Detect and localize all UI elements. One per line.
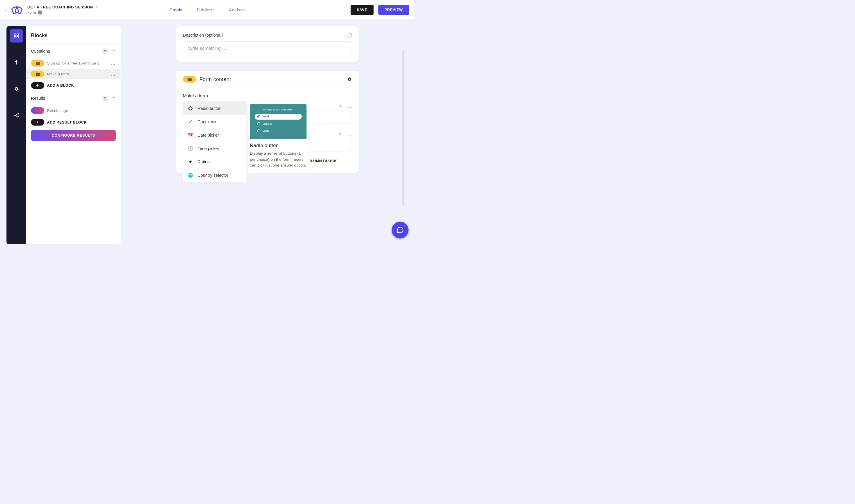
preview-label: Large: [263, 129, 269, 132]
nav-create[interactable]: Create: [169, 7, 182, 12]
menu-item-checkbox[interactable]: ✓ Checkbox: [183, 115, 247, 128]
questions-section-head[interactable]: Questions 2 ⌃: [26, 44, 121, 58]
svg-rect-3: [17, 34, 19, 35]
questions-count: 2: [102, 48, 109, 54]
rail-logic[interactable]: [10, 109, 23, 122]
preview-button[interactable]: PREVIEW: [378, 5, 409, 15]
radio-icon: [257, 122, 261, 125]
preview-label: Medium: [263, 122, 272, 125]
title-block: GET A FREE COACHING SESSION ✎ Form i: [27, 5, 98, 15]
add-block-button[interactable]: + ADD A BLOCK: [31, 82, 116, 89]
rail-blocks[interactable]: [10, 29, 23, 43]
menu-label: Country selector: [197, 173, 228, 178]
preview-option-large: Large: [255, 128, 302, 134]
menu-item-radio[interactable]: Radio button: [183, 102, 247, 115]
form-content-title: Form content: [199, 76, 231, 82]
blocks-sidebar: Blocks Questions 2 ⌃ 💼 Sign up for a fre…: [26, 26, 121, 244]
gear-icon[interactable]: [347, 77, 352, 82]
calendar-icon: 📅: [188, 132, 193, 138]
chevron-up-icon: ⌃: [112, 96, 116, 101]
configure-results-button[interactable]: CONFIGURE RESULTS: [31, 130, 116, 141]
edit-icon[interactable]: ✎: [339, 104, 342, 108]
block-label: Result page: [47, 108, 108, 113]
add-result-label: ADD RESULT BLOCK: [47, 120, 87, 124]
rail-design[interactable]: [10, 56, 23, 69]
nav-analyze[interactable]: Analyze: [229, 7, 245, 12]
rail-settings[interactable]: [10, 82, 23, 96]
more-icon[interactable]: …: [347, 104, 352, 109]
menu-item-date[interactable]: 📅 Date picker: [183, 128, 247, 142]
menu-item-rating[interactable]: ★ Rating: [183, 155, 247, 168]
chat-fab[interactable]: [392, 221, 408, 238]
scrollbar[interactable]: [402, 51, 404, 205]
add-result-block-button[interactable]: + ADD RESULT BLOCK: [31, 119, 116, 126]
menu-item-time[interactable]: 🕓 Time picker: [183, 142, 247, 155]
preview-option-medium: Medium: [255, 121, 302, 127]
svg-rect-2: [14, 34, 16, 35]
menu-item-country[interactable]: 🌐 Country selector: [183, 168, 247, 182]
sidebar-title: Blocks: [26, 26, 121, 44]
left-rail: [6, 26, 26, 244]
chevron-up-icon: ⌃: [112, 49, 116, 53]
svg-rect-5: [17, 36, 19, 38]
questions-label: Questions: [31, 49, 50, 53]
project-title: GET A FREE COACHING SESSION: [27, 5, 93, 9]
add-block-label: ADD A BLOCK: [47, 84, 74, 88]
svg-rect-6: [16, 60, 17, 61]
more-icon[interactable]: …: [347, 131, 352, 137]
preview-label: Small: [263, 115, 269, 118]
star-icon: ★: [188, 159, 193, 164]
more-icon[interactable]: …: [111, 71, 116, 76]
tooltip-description: Display a series of buttons (1 per choic…: [250, 150, 307, 168]
header-actions: SAVE PREVIEW: [351, 5, 409, 15]
results-section-head[interactable]: Results 1 ⌃: [26, 92, 121, 105]
more-icon[interactable]: …: [111, 61, 116, 66]
svg-point-11: [189, 107, 192, 110]
description-input[interactable]: Write something …: [183, 41, 352, 55]
description-label: Description (optional): [183, 33, 223, 37]
app-header: ‹ GET A FREE COACHING SESSION ✎ Form i C…: [0, 0, 414, 20]
svg-rect-4: [14, 36, 16, 38]
menu-label: Rating: [197, 160, 210, 164]
form-block-icon: 💼: [183, 76, 196, 83]
block-label: Sign up for a free 15-minute c…: [47, 61, 108, 66]
canvas: Description (optional) i Write something…: [121, 26, 414, 244]
form-content-card: 💼 Form content Make a form ✎ … ✎: [176, 71, 359, 173]
app-logo[interactable]: [10, 4, 24, 15]
radio-icon: [257, 115, 261, 118]
preview-title: What's your t-shirt size?: [255, 108, 302, 111]
radio-icon: [188, 106, 193, 111]
project-type: Form: [27, 11, 36, 15]
form-block-icon: 💼: [31, 71, 45, 77]
plus-icon: +: [31, 82, 45, 89]
back-arrow-icon[interactable]: ‹: [5, 7, 6, 12]
radio-icon: [257, 129, 261, 132]
results-count: 1: [102, 96, 109, 101]
tooltip-preview: What's your t-shirt size? Small Medium L…: [250, 104, 307, 139]
nav-publish[interactable]: Publish *: [197, 7, 215, 12]
edit-title-icon[interactable]: ✎: [95, 5, 98, 9]
block-item-q1[interactable]: 💼 Sign up for a free 15-minute c… …: [26, 58, 121, 69]
results-label: Results: [31, 96, 45, 101]
description-card: Description (optional) i Write something…: [176, 26, 359, 62]
preview-option-small: Small: [255, 114, 302, 120]
info-icon[interactable]: i: [348, 33, 352, 37]
menu-label: Radio button: [197, 106, 221, 111]
save-button[interactable]: SAVE: [351, 5, 374, 15]
menu-label: Time picker: [197, 146, 219, 151]
info-icon[interactable]: i: [38, 11, 42, 15]
field-type-tooltip: What's your t-shirt size? Small Medium L…: [247, 102, 310, 171]
check-icon: ✓: [188, 119, 193, 124]
clock-icon: 🕓: [188, 146, 193, 151]
block-item-result[interactable]: 🔖 Result page …: [26, 105, 121, 116]
result-block-icon: 🔖: [31, 107, 45, 114]
menu-label: Date picker: [197, 133, 219, 138]
tooltip-title: Radio button: [250, 143, 307, 148]
block-item-q2[interactable]: 💼 Make a form …: [26, 69, 121, 79]
svg-rect-7: [15, 61, 17, 62]
block-label: Make a form: [47, 72, 108, 76]
edit-icon[interactable]: ✎: [339, 132, 342, 136]
menu-label: Checkbox: [197, 120, 216, 124]
more-icon[interactable]: …: [111, 108, 116, 113]
header-nav: Create Publish * Analyze: [169, 7, 245, 12]
